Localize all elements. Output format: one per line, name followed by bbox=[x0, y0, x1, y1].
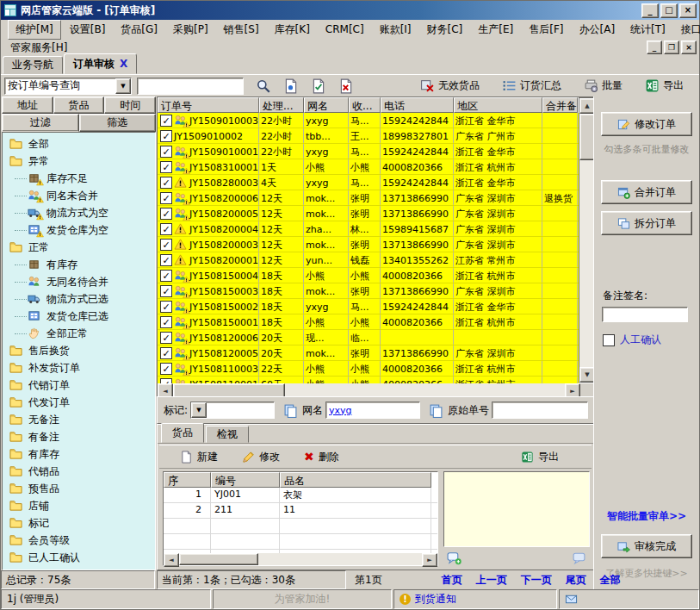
origin-field[interactable] bbox=[492, 401, 588, 419]
doc-check-icon[interactable] bbox=[311, 78, 326, 94]
tree-item[interactable]: 代销品 bbox=[3, 463, 155, 480]
sidebar-filter-tab-0[interactable]: 过滤 bbox=[2, 114, 79, 132]
mark-select[interactable]: ▼ bbox=[190, 401, 275, 419]
pager-link-4[interactable]: 全部 bbox=[600, 573, 621, 588]
new-item-button[interactable]: 新建 bbox=[180, 450, 218, 464]
order-row[interactable]: ✓JY150901000322小时yxyg马...15924242844浙江省 … bbox=[158, 113, 580, 128]
order-row[interactable]: ✓JY150815000118天小熊小熊4000820366浙江省 杭州市 bbox=[158, 314, 580, 330]
order-row[interactable]: ✓JY150820000312天mok...张明13713866990广东省 深… bbox=[158, 237, 580, 252]
tree-item[interactable]: 物流方式已选 bbox=[3, 290, 155, 308]
menu-item[interactable]: 统计[T] bbox=[623, 21, 672, 39]
row-checkbox[interactable]: ✓ bbox=[160, 347, 172, 359]
mdi-restore-button[interactable]: ❐ bbox=[664, 40, 679, 54]
order-row[interactable]: ✓JY150812000520天mok...张明13713866990广东省 深… bbox=[158, 345, 580, 361]
tree-item[interactable]: 会员等级 bbox=[3, 532, 155, 549]
menu-item[interactable]: 设置[B] bbox=[63, 21, 113, 39]
sidebar-filter-tab-1[interactable]: 筛选 bbox=[79, 114, 157, 132]
scroll-left-icon[interactable]: ◄ bbox=[164, 553, 179, 567]
menu-item[interactable]: 接口[O] bbox=[674, 21, 700, 39]
audit-complete-button[interactable]: 审核完成 bbox=[601, 534, 692, 558]
menu-item[interactable]: 生产[E] bbox=[471, 21, 520, 39]
smart-batch-link[interactable]: 智能批量审单>> bbox=[594, 509, 699, 524]
column-header[interactable]: 处理... bbox=[259, 97, 304, 113]
sign-input[interactable] bbox=[602, 307, 688, 322]
row-checkbox[interactable]: ✓ bbox=[160, 239, 172, 251]
row-checkbox[interactable]: ✓ bbox=[160, 115, 172, 127]
order-row[interactable]: ✓JY150811000322天小熊小熊4000820366浙江省 杭州市 bbox=[158, 361, 580, 377]
menu-item[interactable]: 采购[P] bbox=[166, 21, 215, 39]
order-row[interactable]: ✓JY150820000612天mok...张明13713866990广东省 深… bbox=[158, 190, 580, 206]
pager-link-0[interactable]: 首页 bbox=[442, 573, 462, 588]
mail-icon[interactable] bbox=[565, 593, 578, 606]
tree-item[interactable]: 全部 bbox=[3, 135, 155, 152]
menu-item[interactable]: 办公[A] bbox=[573, 21, 623, 39]
row-checkbox[interactable]: ✓ bbox=[160, 270, 172, 282]
menu-item[interactable]: 货品[G] bbox=[114, 21, 164, 39]
tree-item[interactable]: 代销订单 bbox=[3, 377, 155, 394]
tree-item[interactable]: 正常 bbox=[3, 239, 155, 256]
invalid-goods-button[interactable]: 无效货品 bbox=[420, 78, 480, 93]
tree-item[interactable]: 售后换货 bbox=[3, 342, 155, 359]
tree-item[interactable]: 无同名待合并 bbox=[3, 273, 155, 290]
tab-business-nav[interactable]: 业务导航 bbox=[3, 56, 63, 74]
tab-order-audit[interactable]: 订单审核X bbox=[64, 53, 137, 74]
column-header[interactable]: 网名 bbox=[304, 97, 349, 113]
doc-note-icon[interactable] bbox=[283, 78, 299, 94]
column-header[interactable]: 电话 bbox=[381, 97, 454, 113]
arrival-notice-link[interactable]: ! 到货通知 bbox=[393, 589, 557, 609]
tree-item[interactable]: 代发订单 bbox=[3, 394, 155, 411]
manual-confirm[interactable]: 人工确认 bbox=[603, 333, 699, 347]
copy-icon[interactable] bbox=[283, 403, 298, 418]
items-horizontal-scrollbar[interactable]: ◄ ► bbox=[164, 553, 437, 565]
tree-item[interactable]: 有库存 bbox=[3, 445, 155, 463]
menu-item[interactable]: 销售[S] bbox=[217, 21, 266, 39]
mdi-minimize-button[interactable]: _ bbox=[647, 40, 662, 54]
close-tab-icon[interactable]: X bbox=[120, 58, 127, 70]
tree-item[interactable]: 物流方式为空 bbox=[3, 204, 155, 221]
tree-item[interactable]: 发货仓库为空 bbox=[3, 221, 155, 239]
column-header[interactable]: 编号 bbox=[211, 472, 280, 488]
row-checkbox[interactable]: ✓ bbox=[160, 130, 172, 142]
column-header[interactable]: 合并备注 bbox=[542, 97, 578, 113]
row-checkbox[interactable]: ✓ bbox=[160, 285, 172, 297]
order-row[interactable]: ✓JY150901000222小时tbb...王...18998327801广东… bbox=[158, 128, 580, 144]
column-header[interactable]: 序 bbox=[164, 472, 211, 488]
order-row[interactable]: ✓JY15083100011天小熊小熊4000820366浙江省 杭州市 bbox=[158, 159, 580, 175]
note-area[interactable] bbox=[443, 471, 590, 547]
tree-item[interactable]: 预售品 bbox=[3, 480, 155, 497]
row-checkbox[interactable]: ✓ bbox=[160, 177, 172, 189]
tree-item[interactable]: 发货仓库已选 bbox=[3, 308, 155, 325]
chevron-down-icon[interactable]: ▼ bbox=[115, 78, 131, 94]
row-checkbox[interactable]: ✓ bbox=[160, 254, 172, 266]
add-note-icon[interactable] bbox=[447, 551, 462, 565]
tree-item[interactable]: 标记 bbox=[3, 514, 155, 532]
search-mode-select[interactable]: 按订单编号查询 ▼ bbox=[4, 78, 132, 95]
sidebar-tab-1[interactable]: 货品 bbox=[53, 96, 105, 114]
menu-item[interactable]: 售后[F] bbox=[522, 21, 570, 39]
merge-order-button[interactable]: 合并订单 bbox=[601, 180, 692, 204]
copy-icon[interactable] bbox=[429, 403, 443, 418]
pager-link-3[interactable]: 尾页 bbox=[566, 573, 586, 588]
order-row[interactable]: ✓JY15082800034天yxyg马...15924242844浙江省 金华… bbox=[158, 175, 580, 190]
row-checkbox[interactable]: ✓ bbox=[160, 161, 172, 173]
pager-link-1[interactable]: 上一页 bbox=[476, 573, 507, 588]
tree-item[interactable]: 同名未合并 bbox=[3, 187, 155, 204]
modify-item-button[interactable]: 修改 bbox=[242, 450, 280, 464]
menu-item[interactable]: 账款[I] bbox=[373, 21, 418, 39]
order-row[interactable]: ✓JY150815000418天小熊小熊4000820366浙江省 杭州市 bbox=[158, 268, 580, 283]
order-row[interactable]: ✓JY150901000122小时yxyg马...15924242844浙江省 … bbox=[158, 144, 580, 159]
minimize-button[interactable]: _ bbox=[641, 3, 659, 18]
modify-order-button[interactable]: 修改订单 bbox=[601, 112, 692, 136]
export-items-button[interactable]: 导出 bbox=[521, 450, 559, 464]
order-summary-button[interactable]: 订货汇总 bbox=[502, 78, 561, 93]
menu-item[interactable]: CRM[C] bbox=[319, 22, 371, 37]
orders-horizontal-scrollbar[interactable]: ◄ ► bbox=[158, 383, 580, 397]
sidebar-tab-2[interactable]: 时间 bbox=[104, 96, 156, 114]
tree-item[interactable]: 有库存 bbox=[3, 256, 155, 273]
row-checkbox[interactable]: ✓ bbox=[160, 223, 172, 235]
row-checkbox[interactable]: ✓ bbox=[160, 332, 172, 344]
mdi-close-button[interactable]: × bbox=[681, 40, 697, 54]
item-row[interactable]: 1YJ001衣架 bbox=[164, 488, 437, 503]
search-input[interactable] bbox=[137, 78, 244, 95]
tree-item[interactable]: 库存不足 bbox=[3, 170, 155, 187]
